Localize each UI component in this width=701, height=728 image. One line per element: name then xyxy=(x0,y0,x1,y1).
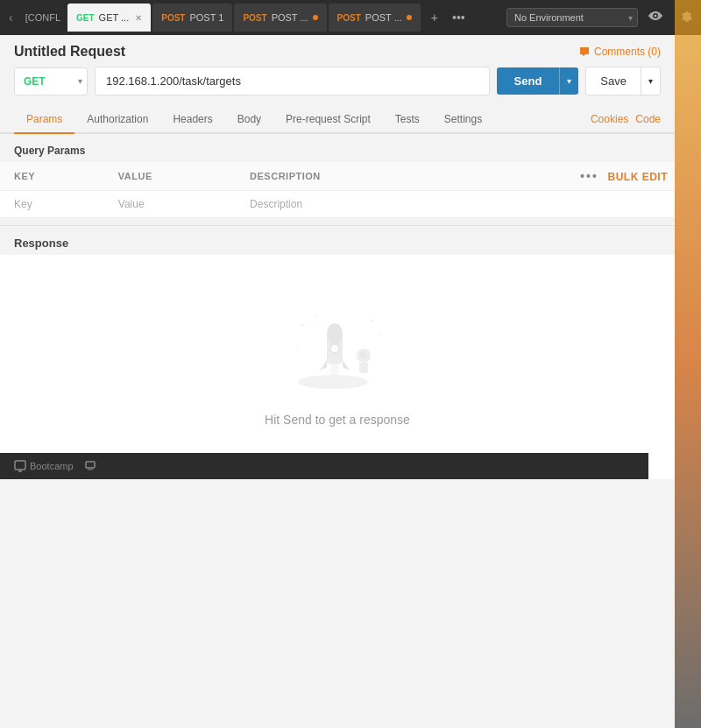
tab-get[interactable]: GET GET ... ✕ xyxy=(67,4,151,32)
tab-close-get[interactable]: ✕ xyxy=(135,13,142,23)
response-empty-state: Hit Send to get a response xyxy=(0,255,675,479)
svg-point-2 xyxy=(327,323,343,344)
response-section-title: Response xyxy=(0,225,675,255)
device-icon-item[interactable] xyxy=(84,460,96,472)
description-cell[interactable]: Description xyxy=(236,191,445,218)
tab-post1[interactable]: POST POST 1 xyxy=(152,4,232,32)
tab-dot-post3 xyxy=(407,15,412,20)
tab-prerequest[interactable]: Pre-request Script xyxy=(273,106,383,134)
more-tabs-button[interactable]: ••• xyxy=(447,7,471,28)
col-actions-header: ••• Bulk Edit xyxy=(445,162,675,191)
url-bar: GETPOSTPUTDELETE Send ▾ Save ▾ xyxy=(0,67,675,106)
comments-link[interactable]: Comments (0) xyxy=(578,46,661,58)
query-params-title: Query Params xyxy=(0,134,675,162)
rocket-illustration xyxy=(285,307,390,395)
svg-rect-19 xyxy=(88,469,93,470)
col-key-header: KEY xyxy=(0,162,104,191)
col-desc-header: DESCRIPTION xyxy=(236,162,445,191)
request-header: Untitled Request Comments (0) xyxy=(0,35,675,67)
svg-point-11 xyxy=(315,315,316,317)
top-bar: ‹ [CONFL GET GET ... ✕ POST POST 1 POST … xyxy=(0,0,701,35)
tab-dot-post2 xyxy=(313,15,318,20)
svg-marker-4 xyxy=(343,360,350,371)
svg-point-0 xyxy=(298,375,368,389)
request-tabs-left: Params Authorization Headers Body Pre-re… xyxy=(14,106,494,132)
environment-select[interactable]: No Environment xyxy=(506,8,638,27)
tab-method-get: GET xyxy=(76,13,95,23)
tab-method-post3: POST xyxy=(337,13,361,23)
tab-tests[interactable]: Tests xyxy=(383,106,432,134)
env-select-wrapper: No Environment xyxy=(506,8,638,27)
bootcamp-label: Bootcamp xyxy=(30,461,74,471)
svg-rect-18 xyxy=(86,462,95,468)
send-dropdown-button[interactable]: ▾ xyxy=(559,67,578,95)
tab-headers[interactable]: Headers xyxy=(160,106,224,134)
code-link[interactable]: Code xyxy=(635,113,661,125)
send-button[interactable]: Send xyxy=(497,67,560,95)
save-dropdown-button[interactable]: ▾ xyxy=(641,67,661,95)
tab-label-get: GET ... xyxy=(99,12,130,23)
svg-point-10 xyxy=(301,324,304,327)
table-row: Key Value Description xyxy=(0,191,675,218)
add-tab-button[interactable]: + xyxy=(426,7,443,28)
svg-rect-15 xyxy=(15,461,25,470)
comments-label: Comments (0) xyxy=(594,46,661,58)
tab-label-post3: POST ... xyxy=(365,12,402,23)
save-button-group: Save ▾ xyxy=(585,67,661,95)
background-decoration xyxy=(675,0,701,728)
tab-post2[interactable]: POST POST ... xyxy=(234,4,326,32)
actions-cell xyxy=(445,191,675,218)
tab-authorization[interactable]: Authorization xyxy=(74,106,160,134)
method-select-wrapper: GETPOSTPUTDELETE xyxy=(14,67,88,95)
params-table: KEY VALUE DESCRIPTION ••• Bulk Edit Key … xyxy=(0,162,675,218)
tab-label-post2: POST ... xyxy=(272,12,308,23)
nav-back-button[interactable]: ‹ xyxy=(4,7,18,28)
sidebar-label: [CONFL xyxy=(20,9,66,26)
url-input[interactable] xyxy=(95,67,490,95)
tab-method-post2: POST xyxy=(243,13,266,23)
col-value-header: VALUE xyxy=(104,162,236,191)
value-cell[interactable]: Value xyxy=(104,191,236,218)
key-cell[interactable]: Key xyxy=(0,191,104,218)
bulk-edit-link[interactable]: Bulk Edit xyxy=(608,171,669,183)
method-select[interactable]: GETPOSTPUTDELETE xyxy=(14,67,88,95)
main-content: Untitled Request Comments (0) GETPOSTPUT… xyxy=(0,35,675,479)
more-options-button[interactable]: ••• xyxy=(580,169,598,183)
cookies-link[interactable]: Cookies xyxy=(591,113,628,125)
tab-post3[interactable]: POST POST ... xyxy=(329,4,421,32)
svg-rect-8 xyxy=(359,363,368,373)
response-empty-text: Hit Send to get a response xyxy=(265,413,410,427)
bottom-bar: Bootcamp xyxy=(0,453,648,479)
svg-marker-3 xyxy=(320,360,327,371)
request-tabs: Params Authorization Headers Body Pre-re… xyxy=(0,106,675,134)
tab-label-post1: POST 1 xyxy=(189,12,223,23)
request-tabs-right: Cookies Code xyxy=(591,113,661,125)
bootcamp-item[interactable]: Bootcamp xyxy=(14,460,74,472)
tab-settings[interactable]: Settings xyxy=(432,106,494,134)
send-button-group: Send ▾ xyxy=(497,67,579,95)
svg-point-6 xyxy=(330,364,339,378)
svg-point-9 xyxy=(360,352,367,358)
svg-point-13 xyxy=(380,333,382,335)
tab-params[interactable]: Params xyxy=(14,106,74,134)
tab-body[interactable]: Body xyxy=(225,106,273,134)
request-title: Untitled Request xyxy=(14,44,125,60)
tab-method-post1: POST xyxy=(161,13,185,23)
svg-point-12 xyxy=(372,320,374,322)
eye-icon-button[interactable] xyxy=(643,5,668,30)
save-button[interactable]: Save xyxy=(585,67,641,95)
svg-point-5 xyxy=(330,344,339,353)
svg-point-14 xyxy=(297,346,299,348)
